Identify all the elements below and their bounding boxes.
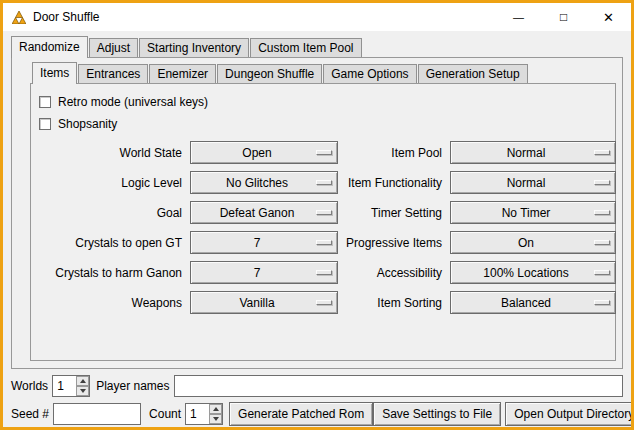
generate-rom-button[interactable]: Generate Patched Rom — [229, 402, 373, 426]
dropdown-indicator-icon — [316, 150, 332, 155]
tab-randomize[interactable]: Randomize — [11, 36, 88, 58]
tab-custom-item-pool[interactable]: Custom Item Pool — [250, 38, 361, 57]
crystals-gt-value: 7 — [254, 236, 275, 250]
worlds-spin-arrows — [76, 376, 89, 396]
item-functionality-value: Normal — [507, 176, 560, 190]
retro-mode-label: Retro mode (universal keys) — [58, 95, 208, 109]
item-pool-label: Item Pool — [346, 146, 442, 160]
crystals-gt-dropdown[interactable]: 7 — [190, 231, 338, 254]
worlds-value[interactable]: 1 — [53, 376, 76, 396]
dropdown-indicator-icon — [316, 270, 332, 275]
count-spin-arrows — [209, 404, 222, 424]
crystals-gt-label: Crystals to open GT — [37, 236, 182, 250]
accessibility-dropdown[interactable]: 100% Locations — [450, 261, 616, 284]
timer-setting-value: No Timer — [502, 206, 565, 220]
dropdown-indicator-icon — [316, 300, 332, 305]
shopsanity-label: Shopsanity — [58, 117, 117, 131]
progressive-items-value: On — [518, 236, 548, 250]
seed-input[interactable] — [53, 403, 141, 425]
count-label: Count — [149, 407, 181, 421]
tab-starting-inventory[interactable]: Starting Inventory — [139, 38, 249, 57]
item-pool-value: Normal — [507, 146, 560, 160]
goal-label: Goal — [37, 206, 182, 220]
client-area: Randomize Adjust Starting Inventory Cust… — [3, 31, 631, 427]
seed-row: Seed # Count 1 Generate Patched Rom Save… — [11, 402, 623, 426]
accessibility-label: Accessibility — [346, 266, 442, 280]
save-settings-button[interactable]: Save Settings to File — [373, 402, 501, 426]
goal-value: Defeat Ganon — [220, 206, 309, 220]
logic-level-dropdown[interactable]: No Glitches — [190, 171, 338, 194]
open-output-button[interactable]: Open Output Directory — [505, 402, 631, 426]
count-value[interactable]: 1 — [186, 404, 209, 424]
randomize-panel: Items Entrances Enemizer Dungeon Shuffle… — [11, 57, 623, 369]
worlds-label: Worlds — [11, 379, 48, 393]
items-panel: Retro mode (universal keys) Shopsanity W… — [30, 83, 616, 361]
item-sorting-label: Item Sorting — [346, 296, 442, 310]
secondary-tabs: Items Entrances Enemizer Dungeon Shuffle… — [32, 62, 622, 83]
tab-adjust[interactable]: Adjust — [89, 38, 138, 57]
accessibility-value: 100% Locations — [483, 266, 582, 280]
close-button[interactable]: ✕ — [586, 3, 631, 31]
world-state-dropdown[interactable]: Open — [190, 141, 338, 164]
bottom-bar: Worlds 1 Player names Seed # Count 1 — [3, 374, 631, 426]
dropdown-indicator-icon — [594, 270, 610, 275]
tab-enemizer[interactable]: Enemizer — [149, 64, 216, 83]
tab-entrances[interactable]: Entrances — [78, 64, 148, 83]
item-sorting-dropdown[interactable]: Balanced — [450, 291, 616, 314]
world-state-label: World State — [37, 146, 182, 160]
spin-down-icon[interactable] — [76, 386, 89, 396]
item-pool-dropdown[interactable]: Normal — [450, 141, 616, 164]
player-names-label: Player names — [96, 379, 169, 393]
maximize-button[interactable]: □ — [541, 3, 586, 31]
retro-mode-row: Retro mode (universal keys) — [39, 91, 615, 113]
minimize-button[interactable]: — — [496, 3, 541, 31]
progressive-items-label: Progressive Items — [346, 236, 442, 250]
goal-dropdown[interactable]: Defeat Ganon — [190, 201, 338, 224]
tab-generation-setup[interactable]: Generation Setup — [418, 64, 528, 83]
dropdown-indicator-icon — [316, 180, 332, 185]
dropdown-indicator-icon — [594, 300, 610, 305]
tab-items[interactable]: Items — [32, 62, 77, 84]
count-spinbox: 1 — [185, 403, 223, 425]
weapons-dropdown[interactable]: Vanilla — [190, 291, 338, 314]
spin-up-icon[interactable] — [209, 404, 222, 414]
weapons-label: Weapons — [37, 296, 182, 310]
shopsanity-checkbox[interactable] — [39, 118, 51, 130]
dropdown-indicator-icon — [316, 240, 332, 245]
tab-dungeon-shuffle[interactable]: Dungeon Shuffle — [217, 64, 322, 83]
app-icon — [11, 9, 27, 25]
timer-setting-dropdown[interactable]: No Timer — [450, 201, 616, 224]
player-names-input[interactable] — [174, 375, 624, 397]
dropdown-indicator-icon — [594, 150, 610, 155]
dropdown-indicator-icon — [594, 180, 610, 185]
world-state-value: Open — [242, 146, 285, 160]
worlds-row: Worlds 1 Player names — [11, 374, 623, 398]
crystals-ganon-label: Crystals to harm Ganon — [37, 266, 182, 280]
retro-mode-checkbox[interactable] — [39, 96, 51, 108]
item-functionality-label: Item Functionality — [346, 176, 442, 190]
spin-down-icon[interactable] — [209, 414, 222, 424]
crystals-ganon-dropdown[interactable]: 7 — [190, 261, 338, 284]
crystals-ganon-value: 7 — [254, 266, 275, 280]
shopsanity-row: Shopsanity — [39, 113, 615, 135]
caption-buttons: — □ ✕ — [496, 3, 631, 31]
app-window: Door Shuffle — □ ✕ Randomize Adjust Star… — [0, 0, 634, 430]
options-grid: World State Open Item Pool Normal Logic … — [31, 135, 615, 314]
dropdown-indicator-icon — [594, 210, 610, 215]
tab-game-options[interactable]: Game Options — [323, 64, 416, 83]
timer-setting-label: Timer Setting — [346, 206, 442, 220]
window-title: Door Shuffle — [33, 10, 100, 24]
item-sorting-value: Balanced — [501, 296, 565, 310]
checkbox-group: Retro mode (universal keys) Shopsanity — [31, 84, 615, 135]
titlebar: Door Shuffle — □ ✕ — [3, 3, 631, 31]
spin-up-icon[interactable] — [76, 376, 89, 386]
dropdown-indicator-icon — [594, 240, 610, 245]
weapons-value: Vanilla — [239, 296, 288, 310]
dropdown-indicator-icon — [316, 210, 332, 215]
primary-tabs: Randomize Adjust Starting Inventory Cust… — [11, 36, 631, 57]
progressive-items-dropdown[interactable]: On — [450, 231, 616, 254]
logic-level-label: Logic Level — [37, 176, 182, 190]
item-functionality-dropdown[interactable]: Normal — [450, 171, 616, 194]
logic-level-value: No Glitches — [226, 176, 302, 190]
worlds-spinbox: 1 — [52, 375, 90, 397]
